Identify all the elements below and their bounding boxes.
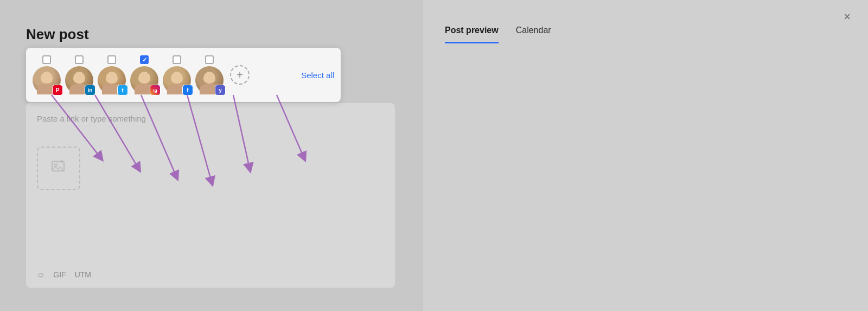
image-upload-button[interactable] xyxy=(37,147,80,190)
avatar-wrap-linkedin: in xyxy=(65,66,93,94)
account-item-other[interactable]: y xyxy=(195,55,224,94)
account-checkbox-instagram[interactable] xyxy=(140,55,149,64)
instagram-badge: ig xyxy=(150,85,161,96)
account-checkbox-other[interactable] xyxy=(205,55,214,64)
account-checkbox-linkedin[interactable] xyxy=(75,55,84,64)
avatar-head xyxy=(106,72,118,84)
pinterest-badge: P xyxy=(52,85,63,96)
avatar-wrap-twitter: t xyxy=(98,66,126,94)
linkedin-badge: in xyxy=(85,85,95,96)
svg-point-1 xyxy=(55,164,58,167)
account-item-pinterest[interactable]: P xyxy=(33,55,61,94)
tab-calendar[interactable]: Calendar xyxy=(516,26,551,43)
avatar-head xyxy=(203,72,215,84)
avatar-head xyxy=(138,72,150,84)
account-item-facebook[interactable]: f xyxy=(163,55,191,94)
account-selector: P in xyxy=(26,48,341,102)
left-panel: New post P xyxy=(0,0,423,311)
select-all-button[interactable]: Select all xyxy=(301,71,334,80)
emoji-button[interactable]: ☺ xyxy=(37,270,44,279)
right-header: Post preview Calendar xyxy=(423,0,868,43)
avatar-head xyxy=(41,72,53,84)
close-button[interactable]: × xyxy=(844,11,851,23)
account-item-linkedin[interactable]: in xyxy=(65,55,93,94)
account-item-instagram[interactable]: ig xyxy=(130,55,158,94)
utm-button[interactable]: UTM xyxy=(75,270,91,279)
other-badge: y xyxy=(215,85,226,96)
account-checkbox-facebook[interactable] xyxy=(173,55,181,64)
facebook-badge: f xyxy=(182,85,193,96)
post-placeholder: Paste a link or type something xyxy=(37,114,146,123)
right-panel: Post preview Calendar × xyxy=(423,0,868,311)
gif-button[interactable]: GIF xyxy=(53,270,66,279)
account-checkbox-pinterest[interactable] xyxy=(42,55,51,64)
avatar-head xyxy=(73,72,85,84)
account-checkbox-twitter[interactable] xyxy=(107,55,116,64)
post-editor-area[interactable]: Paste a link or type something ☺ GIF UTM xyxy=(26,103,395,288)
image-upload-icon xyxy=(51,159,66,177)
avatar-head xyxy=(171,72,183,84)
tab-post-preview[interactable]: Post preview xyxy=(445,26,499,43)
avatar-wrap-other: y xyxy=(195,66,224,94)
post-toolbar: ☺ GIF UTM xyxy=(37,270,91,279)
avatar-wrap-facebook: f xyxy=(163,66,191,94)
add-account-button[interactable]: + xyxy=(230,65,250,85)
page-title: New post xyxy=(26,26,89,43)
avatar-wrap-pinterest: P xyxy=(33,66,61,94)
avatar-wrap-instagram: ig xyxy=(130,66,158,94)
twitter-badge: t xyxy=(117,85,128,96)
account-item-twitter[interactable]: t xyxy=(98,55,126,94)
